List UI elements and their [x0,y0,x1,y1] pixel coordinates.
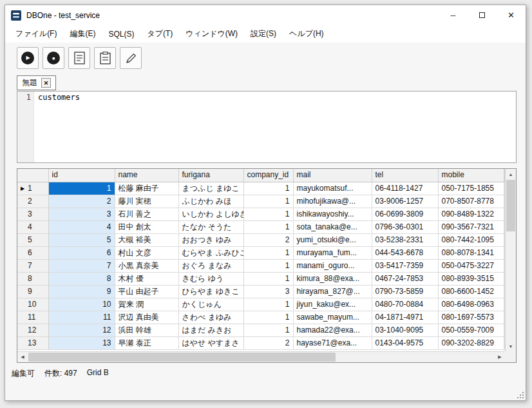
cell-tel[interactable]: 0143-04-9575 [372,336,438,349]
row-header[interactable]: 7 [17,259,48,272]
column-header-mail[interactable]: mail [293,169,372,182]
cell-furigana[interactable]: いしかわ よしゆき [178,208,243,220]
column-header-tel[interactable]: tel [372,169,438,182]
cell-mobile[interactable]: 090-3202-8829 [438,336,504,349]
cell-tel[interactable]: 03-5238-2331 [372,233,438,246]
cell-name[interactable]: 賀来 潤 [115,298,178,311]
scroll-up-icon[interactable]: ▲ [506,169,516,179]
cell-id[interactable]: 5 [48,233,115,246]
maximize-button[interactable] [468,5,497,25]
cell-mail[interactable]: kimura_88@exa... [293,272,372,285]
cell-name[interactable]: 早瀬 泰正 [115,336,178,349]
cell-furigana[interactable]: ふじかわ みほ [178,195,243,208]
cell-tel[interactable]: 0467-24-7853 [372,272,438,285]
cell-id[interactable]: 12 [48,324,115,336]
cell-mail[interactable]: hirayama_827@... [293,285,372,298]
cell-name[interactable]: 平山 由起子 [115,285,178,298]
row-header[interactable]: 13 [17,336,48,349]
menu-sql[interactable]: SQL(S) [102,27,140,41]
cell-furigana[interactable]: おぐろ まなみ [178,259,243,272]
column-header-furigana[interactable]: furigana [178,169,243,182]
script-button[interactable] [68,47,90,69]
row-header[interactable]: 2 [17,195,48,208]
cell-tel[interactable]: 044-543-6678 [372,246,438,259]
cell-id[interactable]: 7 [48,259,115,272]
scroll-down-icon[interactable]: ▼ [506,341,516,351]
run-button[interactable]: ▶ [17,47,39,69]
cell-furigana[interactable]: たなか そうた [178,220,243,233]
cell-name[interactable]: 沢辺 真由美 [115,311,178,324]
cell-mail[interactable]: hayase71@exa... [293,336,372,349]
tab-close-button[interactable]: ✕ [41,78,51,88]
vertical-scrollbar[interactable]: ▲ ▼ [505,169,516,351]
row-header[interactable]: 9 [17,285,48,298]
minimize-button[interactable]: ─ [439,5,468,25]
cell-mobile[interactable]: 080-1697-5573 [438,311,504,324]
menu-window[interactable]: ウィンドウ(W) [179,26,244,42]
cell-id[interactable]: 3 [48,208,115,220]
cell-company_id[interactable]: 1 [243,324,293,336]
row-header[interactable]: 6 [17,246,48,259]
cell-mobile[interactable]: 080-7442-1095 [438,233,504,246]
row-header[interactable]: 8 [17,272,48,285]
cell-company_id[interactable]: 1 [243,195,293,208]
clipboard-button[interactable] [94,47,116,69]
cell-mail[interactable]: mayukomatsuf... [293,182,372,195]
cell-mail[interactable]: yumi_otsuki@e... [293,233,372,246]
cell-id[interactable]: 6 [48,246,115,259]
horizontal-scroll-thumb[interactable] [28,353,336,362]
stop-button[interactable]: ■ [43,47,64,69]
cell-company_id[interactable]: 2 [243,233,293,246]
sql-editor-input[interactable]: customers [34,92,516,162]
cell-id[interactable]: 4 [48,220,115,233]
cell-mail[interactable]: sawabe_mayum... [293,311,372,324]
cell-mail[interactable]: sota_tanaka@e... [293,220,372,233]
cell-name[interactable]: 石川 善之 [115,208,178,220]
cell-tel[interactable]: 03-5417-7359 [372,259,438,272]
row-header[interactable]: 4 [17,220,48,233]
cell-id[interactable]: 10 [48,298,115,311]
cell-mobile[interactable]: 050-7175-1855 [438,182,504,195]
cell-tel[interactable]: 06-0699-3809 [372,208,438,220]
cell-mail[interactable]: murayama_fum... [293,246,372,259]
cell-furigana[interactable]: まつふじ まゆこ [178,182,243,195]
column-header-name[interactable]: name [115,169,178,182]
cell-name[interactable]: 田中 創太 [115,220,178,233]
cell-tel[interactable]: 04-1871-4971 [372,311,438,324]
menu-edit[interactable]: 編集(E) [63,26,102,42]
menu-settings[interactable]: 設定(S) [244,26,283,42]
cell-furigana[interactable]: むらやま ふみひこ [178,246,243,259]
row-header[interactable]: 5 [17,233,48,246]
cell-mobile[interactable]: 050-0475-3227 [438,259,504,272]
cell-tel[interactable]: 0480-70-0884 [372,298,438,311]
cell-mail[interactable]: hamada22@exa... [293,324,372,336]
cell-name[interactable]: 村山 文彦 [115,246,178,259]
column-header-mobile[interactable]: mobile [438,169,504,182]
cell-furigana[interactable]: さわべ まゆみ [178,311,243,324]
cell-mobile[interactable]: 080-8939-3515 [438,272,504,285]
column-header-company_id[interactable]: company_id [243,169,293,182]
cell-furigana[interactable]: はやせ やすまさ [178,336,243,349]
cell-mobile[interactable]: 050-0559-7009 [438,324,504,336]
cell-furigana[interactable]: かくじゅん [178,298,243,311]
cell-tel[interactable]: 03-1040-9095 [372,324,438,336]
horizontal-scrollbar[interactable]: ◀ ▶ [17,351,505,362]
cell-name[interactable]: 浜田 幹雄 [115,324,178,336]
menu-help[interactable]: ヘルプ(H) [283,26,330,42]
cell-id[interactable]: 1 [48,182,115,195]
cell-id[interactable]: 2 [48,195,115,208]
row-header[interactable]: 10 [17,298,48,311]
cell-company_id[interactable]: 1 [243,311,293,324]
close-button[interactable]: ✕ [497,5,526,25]
cell-tel[interactable]: 06-4118-1427 [372,182,438,195]
cell-furigana[interactable]: おおつき ゆみ [178,233,243,246]
vertical-scroll-thumb[interactable] [506,180,515,231]
cell-name[interactable]: 木村 優 [115,272,178,285]
scroll-right-icon[interactable]: ▶ [495,352,505,362]
cell-company_id[interactable]: 3 [243,285,293,298]
cell-mail[interactable]: mihofujikawa@... [293,195,372,208]
cell-mobile[interactable]: 080-6600-1452 [438,285,504,298]
cell-name[interactable]: 大槻 裕美 [115,233,178,246]
cell-mobile[interactable]: 070-8507-8778 [438,195,504,208]
menu-tab[interactable]: タブ(T) [140,26,179,42]
